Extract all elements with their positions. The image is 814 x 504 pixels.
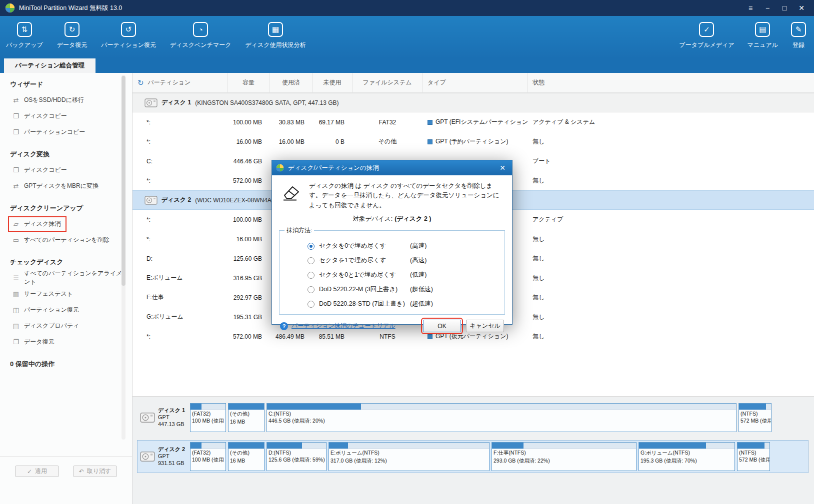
usage-bar	[267, 404, 736, 410]
disk-map-block[interactable]: G:ボリューム(NTFS)195.3 GB (使用済: 70%)	[638, 442, 735, 471]
partition-filesystem: FAT32	[352, 119, 422, 126]
radio-icon[interactable]	[308, 301, 314, 308]
sidebar-item-label: パーティションコピー	[24, 128, 85, 136]
tabbar: パーティション総合管理	[0, 58, 814, 73]
sidebar-item-disk-properties[interactable]: ▤ディスクプロパティ	[0, 318, 132, 334]
ok-button[interactable]: OK	[423, 320, 461, 332]
sidebar-item-partition-recovery[interactable]: ◫パーティション復元	[0, 302, 132, 318]
sidebar-item-data-recovery[interactable]: ❐データ復元	[0, 334, 132, 350]
disk-map-block[interactable]: (FAT32)100 MB (使用	[190, 442, 226, 471]
sidebar-scrollbar[interactable]	[122, 75, 126, 440]
partition-name: *:	[132, 177, 228, 184]
partition-name: *:	[132, 138, 228, 145]
toolbar-item-disk-benchmark[interactable]: ◔ ディスクベンチマーク	[170, 21, 232, 49]
toolbar-item-label: パーティション復元	[101, 41, 156, 49]
radio-icon[interactable]	[308, 286, 314, 293]
sidebar-item-partition-copy[interactable]: ❐パーティションコピー	[0, 124, 132, 140]
wipe-option-dod-3pass[interactable]: DoD 5220.22-M (3回上書き) (超低速)	[280, 282, 504, 297]
disk-map-block[interactable]: E:ボリューム(NTFS)317.0 GB (使用済: 12%)	[328, 442, 490, 471]
disk-map-block[interactable]: (その他)16 MB	[228, 442, 264, 471]
partition-capacity: 316.95 GB	[228, 275, 270, 282]
radio-icon[interactable]	[308, 243, 314, 250]
menu-icon[interactable]: ≡	[743, 1, 758, 14]
sidebar-item-disk-copy-2[interactable]: ❐ディスクコピー	[0, 162, 132, 178]
wipe-option-fill-zero-one[interactable]: セクタを0と1で埋め尽くす (低速)	[280, 268, 504, 282]
radio-icon[interactable]	[308, 272, 314, 279]
disk-map-disk2[interactable]: ディスク 2 GPT 931.51 GB (FAT32)100 MB (使用 (…	[138, 441, 808, 473]
disk-map-label: ディスク 1 GPT 447.13 GB	[139, 407, 189, 428]
refresh-icon[interactable]: ↻	[138, 78, 144, 87]
partition-row[interactable]: *: 100.00 MB 30.83 MB 69.17 MB FAT32 GPT…	[132, 112, 814, 132]
toolbar-item-register[interactable]: ✎ 登録	[791, 21, 806, 49]
usage-bar	[492, 443, 636, 449]
toolbar-item-disk-usage-analysis[interactable]: ▦ ディスク使用状況分析	[245, 21, 306, 49]
undo-button[interactable]: ↶ 取り消す	[73, 466, 117, 477]
sidebar-section-wizard: ウィザード	[0, 77, 132, 92]
partition-capacity: 125.60 GB	[228, 255, 270, 262]
apply-button-label: 適用	[35, 467, 47, 476]
disk-map-block[interactable]: (その他)16 MB	[228, 403, 264, 432]
wipe-option-fill-one[interactable]: セクタを1で埋め尽くす (高速)	[280, 253, 504, 268]
toolbar-item-label: バックアップ	[6, 41, 43, 49]
disk-copy-icon: ❐	[12, 166, 20, 174]
close-button[interactable]: ✕	[794, 1, 809, 14]
sidebar-item-migrate-os[interactable]: ⇄OSをSSD/HDDに移行	[0, 92, 132, 108]
disk-map-size: 931.51 GB	[158, 460, 185, 467]
disk-map-block[interactable]: D:(NTFS)125.6 GB (使用済: 59%)	[266, 442, 326, 471]
usage-bar	[228, 404, 264, 410]
sidebar-item-disk-wipe[interactable]: ▱ディスク抹消	[0, 216, 132, 232]
wipe-option-fill-zero[interactable]: セクタを0で埋め尽くす (高速)	[280, 239, 504, 253]
partition-status: 無し	[528, 313, 814, 321]
sidebar-item-align-partitions[interactable]: ☰すべてのパーティションをアライメント	[0, 270, 132, 286]
disk-map-block[interactable]: C:(NTFS)446.5 GB (使用済: 20%)	[266, 403, 736, 432]
partition-status: アクティブ & システム	[528, 118, 814, 126]
partition-type: GPT (予約パーティション)	[422, 137, 528, 146]
partition-row[interactable]: *: 16.00 MB 16.00 MB 0 B その他 GPT (予約パーティ…	[132, 132, 814, 151]
disk-map-block[interactable]: F:仕事(NTFS)293.0 GB (使用済: 22%)	[492, 442, 636, 471]
app-logo-icon	[276, 164, 284, 172]
help-icon[interactable]: ?	[280, 322, 288, 330]
disk-map-disk1[interactable]: ディスク 1 GPT 447.13 GB (FAT32)100 MB (使用 (…	[138, 402, 808, 434]
disk-map-block[interactable]: (NTFS)572 MB (使用済	[737, 442, 770, 471]
scrollbar-thumb[interactable]	[122, 76, 126, 286]
partition-filesystem: その他	[352, 137, 422, 146]
maximize-button[interactable]: □	[777, 1, 792, 14]
disk-map-label: ディスク 2 GPT 931.51 GB	[139, 446, 189, 467]
toolbar-item-backup[interactable]: ⇅ バックアップ	[6, 21, 43, 49]
register-icon: ✎	[791, 22, 806, 37]
toolbar-item-partition-recovery[interactable]: ↺ パーティション復元	[101, 21, 156, 49]
radio-icon[interactable]	[308, 257, 314, 264]
partition-status: 無し	[528, 176, 814, 185]
disk-name: ディスク 1	[162, 98, 191, 107]
toolbar-item-bootable-media[interactable]: ✓ ブータブルメディア	[679, 21, 734, 49]
sidebar-item-disk-copy[interactable]: ❐ディスクコピー	[0, 108, 132, 124]
partition-name: *:	[132, 236, 228, 243]
usage-bar	[329, 443, 489, 449]
tab-partition-management[interactable]: パーティション総合管理	[4, 58, 96, 73]
disk-map-block[interactable]: (FAT32)100 MB (使用	[190, 403, 226, 432]
toolbar-item-manual[interactable]: ▤ マニュアル	[748, 21, 778, 49]
toolbar-item-data-recovery[interactable]: ↻ データ復元	[57, 21, 88, 49]
disk1-header-row[interactable]: ディスク 1 (KINGSTON SA400S37480G SATA, GPT,…	[132, 93, 814, 112]
sidebar-item-gpt-to-mbr[interactable]: ⇄GPTディスクをMBRに変換	[0, 178, 132, 194]
disk-map-scheme: GPT	[158, 453, 185, 460]
apply-button[interactable]: ✓ 適用	[15, 466, 59, 477]
wipe-option-dod-7pass[interactable]: DoD 5220.28-STD (7回上書き) (超低速)	[280, 297, 504, 311]
sidebar-item-delete-all-partitions[interactable]: ▭すべてのパーティションを削除	[0, 232, 132, 248]
disk-name: ディスク 2	[162, 196, 191, 204]
sidebar-item-label: データ復元	[24, 338, 54, 346]
usage-bar	[228, 443, 264, 449]
partition-name: C:	[132, 158, 228, 165]
disk-map-block[interactable]: (NTFS)572 MB (使用	[738, 403, 772, 432]
cancel-button[interactable]: キャンセル	[466, 320, 504, 332]
disk-copy-icon: ❐	[12, 112, 20, 120]
sidebar-item-label: すべてのパーティションを削除	[24, 236, 110, 244]
eraser-icon	[281, 182, 302, 201]
tutorial-link[interactable]: パーティション抹消のチュートリアル	[292, 322, 396, 330]
dialog-close-icon[interactable]: ✕	[496, 162, 509, 174]
minimize-button[interactable]: −	[760, 1, 775, 14]
sidebar-item-label: パーティション復元	[24, 306, 79, 314]
disk-usage-icon: ▦	[268, 22, 283, 37]
toolbar-left-group: ⇅ バックアップ ↻ データ復元 ↺ パーティション復元 ◔ ディスクベンチマー…	[6, 21, 306, 49]
partition-status: 無し	[528, 274, 814, 282]
